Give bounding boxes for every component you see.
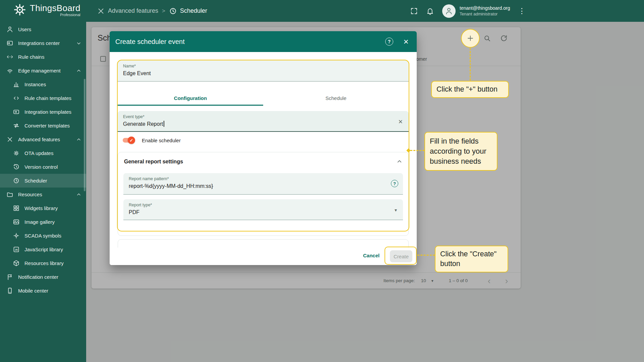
sidebar-item-javascript-library[interactable]: JS JavaScript library bbox=[0, 243, 86, 256]
chevron-up-icon bbox=[76, 137, 82, 143]
sidebar-item-converter-templates[interactable]: Converter templates bbox=[0, 119, 86, 133]
sidebar-item-advanced-features[interactable]: Advanced features bbox=[0, 133, 86, 146]
report-name-pattern-label: Report name pattern* bbox=[129, 176, 398, 181]
widgets-icon bbox=[13, 205, 20, 212]
create-scheduler-event-dialog: Create scheduler event ? × Name* Edge Ev… bbox=[110, 31, 417, 265]
field-help-icon[interactable]: ? bbox=[391, 180, 398, 187]
sidebar-item-version-control[interactable]: Version control bbox=[0, 160, 86, 174]
sidebar-item-notification-center[interactable]: Notification center bbox=[0, 270, 86, 284]
report-type-value: PDF bbox=[129, 209, 139, 215]
active-tab-underline bbox=[118, 105, 263, 106]
enable-scheduler-row: ✓ Enable scheduler bbox=[122, 137, 181, 144]
user-info[interactable]: tenant@thingsboard.org Tenant administra… bbox=[460, 5, 510, 16]
history-icon bbox=[13, 163, 20, 170]
breadcrumb-scheduler[interactable]: Scheduler bbox=[169, 7, 207, 15]
breadcrumb-advanced-features[interactable]: Advanced features bbox=[97, 7, 158, 15]
panel-header: General report settings bbox=[118, 152, 408, 165]
sidebar-item-integration-templates[interactable]: Integration templates bbox=[0, 105, 86, 119]
flag-icon bbox=[6, 273, 13, 280]
annotation-dashed-line-create bbox=[417, 255, 435, 256]
annotation-callout-create: Click the "Create" button bbox=[435, 246, 508, 272]
user-avatar[interactable] bbox=[442, 4, 456, 18]
name-field-label: Name* bbox=[123, 64, 403, 68]
gear-icon bbox=[13, 150, 20, 157]
sidebar-item-instances[interactable]: Instances bbox=[0, 77, 86, 91]
breadcrumb-separator-icon: > bbox=[162, 8, 165, 14]
event-type-label: Event type* bbox=[123, 114, 403, 119]
text-cursor bbox=[164, 121, 164, 127]
collapse-chevron-up-icon[interactable] bbox=[396, 158, 403, 165]
person-icon bbox=[6, 26, 13, 33]
report-type-label: Report type* bbox=[129, 203, 398, 207]
tools-icon bbox=[97, 7, 105, 15]
code-icon bbox=[13, 95, 20, 102]
annotation-callout-plus: Click the "+" button bbox=[431, 81, 509, 98]
template-input-icon bbox=[13, 108, 20, 115]
annotation-callout-fields: Fill in the fields according to your bus… bbox=[424, 132, 497, 171]
more-vert-icon[interactable]: ⋮ bbox=[518, 7, 525, 15]
panel-title: General report settings bbox=[124, 159, 396, 165]
tab-configuration[interactable]: Configuration bbox=[118, 90, 263, 106]
sidebar-item-scada-symbols[interactable]: SCADA symbols bbox=[0, 229, 86, 243]
sidebar-item-integrations-center[interactable]: Integrations center bbox=[0, 36, 86, 50]
enable-scheduler-label: Enable scheduler bbox=[142, 138, 181, 143]
enable-scheduler-toggle[interactable]: ✓ bbox=[122, 137, 135, 144]
folder-icon bbox=[6, 191, 13, 198]
chevron-up-icon bbox=[76, 68, 82, 74]
annotation-dashed-line-fields bbox=[410, 150, 424, 151]
chevron-up-icon bbox=[76, 192, 82, 198]
router-icon bbox=[6, 67, 13, 74]
check-icon: ✓ bbox=[130, 138, 133, 143]
general-report-settings-panel: General report settings Report name patt… bbox=[118, 152, 409, 236]
sidebar-item-resources-library[interactable]: Resources library bbox=[0, 256, 86, 270]
sidebar-item-scheduler[interactable]: Scheduler bbox=[0, 174, 86, 188]
package-icon bbox=[13, 260, 20, 267]
breadcrumb: Advanced features > Scheduler bbox=[97, 0, 207, 22]
create-button[interactable]: Create bbox=[390, 250, 412, 262]
svg-text:JS: JS bbox=[15, 248, 18, 251]
toggle-thumb: ✓ bbox=[128, 137, 135, 144]
phone-icon bbox=[6, 287, 13, 294]
scada-icon bbox=[13, 232, 20, 239]
sidebar-item-mobile-center[interactable]: Mobile center bbox=[0, 284, 86, 298]
js-icon: JS bbox=[13, 246, 20, 253]
fullscreen-icon[interactable] bbox=[410, 7, 418, 15]
sidebar: Users Integrations center Rule chains Ed… bbox=[0, 22, 86, 362]
event-type-value: Generate Report bbox=[123, 121, 163, 127]
event-type-field[interactable]: Event type* Generate Report × bbox=[118, 111, 409, 132]
report-name-pattern-value: report-%d{yyyy-MM-dd_HH:mm:ss} bbox=[129, 183, 213, 189]
dropdown-caret-icon[interactable]: ▾ bbox=[395, 207, 397, 213]
top-bar: ThingsBoard Professional Advanced featur… bbox=[0, 0, 644, 22]
plus-icon bbox=[466, 34, 474, 42]
close-icon[interactable]: × bbox=[400, 36, 412, 47]
dialog-header: Create scheduler event ? × bbox=[110, 31, 417, 52]
sidebar-scrollbar[interactable] bbox=[84, 79, 85, 191]
gear-logo-icon bbox=[13, 3, 27, 17]
logo-title: ThingsBoard bbox=[30, 3, 80, 13]
name-field[interactable]: Name* Edge Event bbox=[118, 60, 409, 82]
sidebar-item-widgets-library[interactable]: Widgets library bbox=[0, 201, 86, 215]
swap-icon bbox=[13, 122, 20, 129]
user-role: Tenant administrator bbox=[460, 12, 510, 16]
tab-schedule[interactable]: Schedule bbox=[263, 90, 409, 106]
sidebar-item-rule-chains[interactable]: Rule chains bbox=[0, 50, 86, 64]
annotation-plus-circle bbox=[461, 29, 480, 48]
sidebar-item-rule-chain-templates[interactable]: Rule chain templates bbox=[0, 91, 86, 105]
sidebar-item-resources[interactable]: Resources bbox=[0, 188, 86, 201]
sidebar-item-edge-management[interactable]: Edge management bbox=[0, 64, 86, 77]
annotation-dashed-line-vertical bbox=[470, 48, 471, 81]
name-field-value: Edge Event bbox=[123, 70, 151, 76]
sidebar-item-users[interactable]: Users bbox=[0, 22, 86, 36]
tools-icon bbox=[6, 136, 13, 143]
notifications-bell-icon[interactable] bbox=[426, 7, 434, 15]
sidebar-item-image-gallery[interactable]: Image gallery bbox=[0, 215, 86, 229]
report-name-pattern-field[interactable]: Report name pattern* report-%d{yyyy-MM-d… bbox=[123, 173, 403, 195]
help-icon[interactable]: ? bbox=[384, 36, 395, 47]
top-right-cluster: tenant@thingsboard.org Tenant administra… bbox=[410, 0, 525, 22]
image-icon bbox=[13, 218, 20, 225]
thingsboard-logo[interactable]: ThingsBoard Professional bbox=[13, 3, 80, 17]
sidebar-item-ota-updates[interactable]: OTA updates bbox=[0, 146, 86, 160]
cancel-button[interactable]: Cancel bbox=[363, 253, 379, 258]
report-type-field[interactable]: Report type* PDF ▾ bbox=[123, 199, 403, 220]
clear-icon[interactable]: × bbox=[398, 117, 403, 126]
